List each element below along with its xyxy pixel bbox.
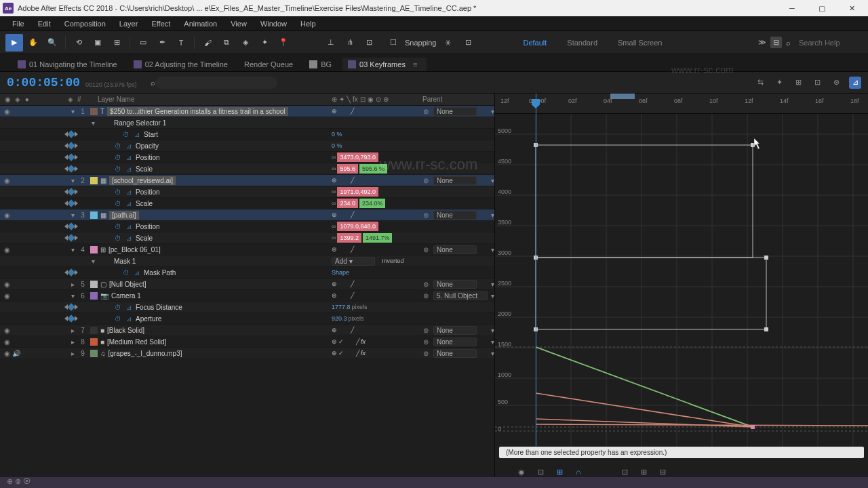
motion-blur-icon[interactable]: ⊡ — [811, 77, 823, 89]
next-keyframe-icon[interactable] — [75, 166, 78, 171]
rect-tool[interactable]: ▭ — [134, 34, 152, 52]
layer-name-text[interactable]: Scale — [136, 235, 153, 242]
pickwhip-icon[interactable]: ⊚ — [421, 106, 431, 116]
graph-toggle-icon[interactable]: ⊿ — [125, 314, 133, 323]
layer-row[interactable]: ◉▸5▢[Null Object]⊕╱⊚None▾ — [0, 279, 494, 290]
layer-color-swatch[interactable] — [90, 177, 98, 184]
property-row[interactable]: ⏱⊿Start0 % — [0, 129, 494, 140]
property-value-link[interactable]: Shape — [332, 269, 349, 276]
panel-icon[interactable]: ⊟ — [770, 37, 782, 48]
tab-01-navigating[interactable]: 01 Navigating the Timeline — [12, 58, 127, 71]
layer-color-swatch[interactable] — [90, 327, 98, 334]
pen-tool[interactable]: ✒ — [153, 34, 171, 52]
layer-name-text[interactable]: [grapes_-_I_dunno.mp3] — [108, 350, 182, 357]
graph-toggle-icon[interactable]: ⊿ — [133, 268, 141, 277]
property-value[interactable]: 0 % — [332, 142, 342, 149]
parent-select[interactable]: None — [433, 349, 477, 358]
layer-name-text[interactable]: Camera 1 — [111, 292, 141, 300]
graph-toggle-icon[interactable]: ⊿ — [125, 142, 133, 150]
property-value-link[interactable]: 1777.8 — [332, 304, 351, 310]
layer-name-text[interactable]: Mask 1 — [114, 258, 136, 265]
expand-toggle[interactable]: ▸ — [68, 281, 77, 288]
layer-name-header[interactable]: Layer Name — [95, 96, 332, 103]
selection-tool[interactable]: ▶ — [5, 34, 23, 52]
visibility-toggle[interactable]: ◉ — [3, 338, 11, 346]
property-row[interactable]: ⏱⊿Focus Distance1777.8 pixels — [0, 302, 494, 313]
layer-name-text[interactable]: [Black Solid] — [107, 327, 144, 334]
graph-toggle-icon[interactable]: ⊿ — [125, 199, 133, 207]
layer-color-swatch[interactable] — [90, 281, 98, 288]
snap-option-1[interactable]: ⚹ — [439, 34, 457, 52]
layer-row[interactable]: ◉▸7■[Black Solid]⊕╱⊚None▾ — [0, 325, 494, 336]
graph-toggle-icon[interactable]: ⊿ — [125, 222, 133, 230]
layer-name-text[interactable]: [path.ai] — [109, 211, 139, 220]
audio-toggle[interactable]: 🔊 — [12, 349, 20, 357]
layer-name-text[interactable]: Range Selector 1 — [114, 119, 166, 127]
workspace-standard[interactable]: Standard — [557, 36, 607, 49]
frame-blend-icon[interactable]: ⊞ — [792, 77, 804, 89]
next-keyframe-icon[interactable] — [75, 224, 78, 229]
add-keyframe-icon[interactable] — [67, 303, 75, 310]
property-row[interactable]: ⏱⊿Position∞1971.0,492.0 — [0, 186, 494, 198]
expand-toggle[interactable]: ▾ — [88, 258, 98, 265]
visibility-toggle[interactable]: ◉ — [3, 107, 11, 115]
add-keyframe-icon[interactable] — [67, 222, 75, 230]
graph-type-icon[interactable]: ⊡ — [534, 466, 547, 478]
more-icon[interactable]: ≫ — [758, 38, 766, 47]
expand-toggle[interactable]: ▾ — [68, 177, 77, 184]
property-row[interactable]: ⏱⊿Opacity0 % — [0, 140, 494, 152]
tab-03-keyframes[interactable]: 03 Keyframes≡ — [342, 58, 427, 71]
next-keyframe-icon[interactable] — [75, 143, 78, 148]
shy-icon[interactable]: ✦ — [773, 77, 785, 89]
expand-toggle[interactable]: ▾ — [68, 211, 77, 219]
visibility-toggle[interactable]: ◉ — [3, 176, 11, 184]
next-keyframe-icon[interactable] — [75, 201, 78, 206]
graph-editor-icon[interactable]: ⊿ — [849, 77, 861, 89]
property-value[interactable]: 3473.0,793.0 — [337, 152, 378, 162]
current-timecode[interactable]: 0:00:05:00 — [7, 76, 80, 89]
pickwhip-icon[interactable]: ⊚ — [421, 245, 431, 254]
parent-select[interactable]: None — [433, 280, 477, 289]
next-keyframe-icon[interactable] — [75, 131, 78, 137]
property-value[interactable]: 234.0% — [359, 199, 386, 208]
property-value[interactable]: 1399.2 — [337, 233, 361, 243]
next-keyframe-icon[interactable] — [75, 270, 78, 275]
brain-icon[interactable]: ⊗ — [830, 77, 842, 89]
tab-02-adjusting[interactable]: 02 Adjusting the Timeline — [128, 58, 237, 71]
parent-select[interactable]: None — [433, 326, 477, 335]
layer-name-text[interactable]: [school_revisewd.ai] — [109, 176, 176, 185]
stopwatch-icon[interactable]: ⏱ — [114, 153, 122, 161]
layer-name-text[interactable]: [Medium Red Solid] — [107, 338, 166, 346]
next-keyframe-icon[interactable] — [75, 189, 78, 195]
type-tool[interactable]: T — [172, 34, 190, 52]
stopwatch-icon[interactable]: ⏱ — [114, 314, 122, 323]
layer-name-text[interactable]: [pc_Block 06_01] — [108, 246, 161, 253]
close-button[interactable]: ✕ — [844, 2, 860, 14]
property-row[interactable]: ▾Mask 1Add ▾Inverted — [0, 256, 494, 267]
clone-tool[interactable]: ⧉ — [218, 34, 235, 52]
stopwatch-icon[interactable]: ⏱ — [114, 165, 122, 173]
add-keyframe-icon[interactable] — [67, 268, 75, 276]
layer-name-text[interactable]: Mask Path — [144, 269, 176, 277]
menu-edit[interactable]: Edit — [31, 18, 58, 29]
property-row[interactable]: ⏱⊿Position∞1079.0,848.0 — [0, 221, 494, 232]
property-value[interactable]: 234.0 — [337, 199, 358, 208]
layer-name-text[interactable]: Position — [136, 154, 160, 161]
menu-animation[interactable]: Animation — [177, 18, 224, 29]
layer-name-text[interactable]: Position — [136, 188, 160, 196]
expand-toggle[interactable]: ▸ — [68, 338, 77, 346]
snap-option-2[interactable]: ⊡ — [460, 34, 477, 52]
property-value-link[interactable]: 920.3 — [332, 315, 347, 322]
expand-toggle[interactable]: ▾ — [88, 119, 98, 127]
time-ruler[interactable]: 12f 05:00f 02f 04f 06f 08f 10f 12f 14f 1… — [495, 94, 868, 114]
minimize-button[interactable]: ─ — [784, 2, 800, 14]
property-value[interactable]: 1971.0,492.0 — [337, 187, 378, 197]
add-keyframe-icon[interactable] — [67, 153, 75, 161]
separate-icon[interactable]: ⊟ — [656, 466, 669, 478]
visibility-toggle[interactable]: ◉ — [3, 280, 11, 288]
layer-row[interactable]: ◉▾2▦[school_revisewd.ai]⊕╱⊚None▾ — [0, 175, 494, 186]
property-row[interactable]: ▾Range Selector 1 — [0, 117, 494, 129]
menu-composition[interactable]: Composition — [58, 18, 113, 29]
comp-mini-icon[interactable]: ⇆ — [754, 77, 766, 89]
parent-select[interactable]: None — [433, 211, 477, 220]
